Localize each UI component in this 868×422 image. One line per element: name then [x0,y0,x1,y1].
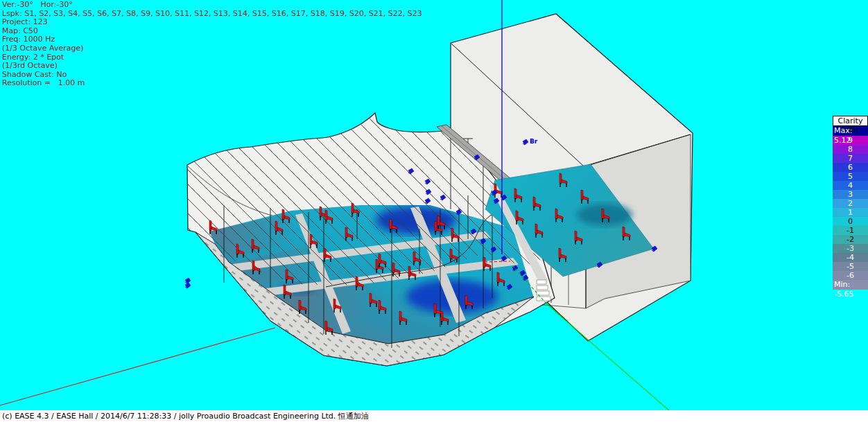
legend-scale-row: -4 [833,253,868,262]
legend-max-value: Max: 5.12 [833,126,868,136]
info-line: Resolution = 1.00 m [2,79,422,88]
legend-scale-row: 4 [833,181,868,190]
info-line: (1/3 Octave Average) [2,44,422,53]
legend-scale-row: -3 [833,244,868,253]
info-line: Energy: 2 * Epot [2,53,422,62]
legend-scale-row: -2 [833,235,868,244]
status-bar-text: (c) EASE 4.3 / EASE Hall / 2014/6/7 11:2… [2,412,369,421]
legend-scale-row: -5 [833,262,868,271]
info-line: (1/3rd Octave) [2,62,422,71]
legend-scale-row: 1 [833,208,868,217]
legend-scale-row: 0 [833,217,868,226]
legend-scale-row: 6 [833,163,868,172]
br-speaker-label: Br [530,138,538,145]
map-info-overlay: Ver:-30° Hor:-30°Lspk: S1, S2, S3, S4, S… [2,1,422,88]
legend-scale-row: -6 [833,271,868,280]
clarity-legend: Clarity [dB] Max: 5.12 9876543210-1-2-3-… [833,116,868,290]
legend-title: Clarity [dB] [833,116,868,126]
info-line: Project: 123 [2,18,422,27]
legend-scale-row: 7 [833,154,868,163]
info-line: Ver:-30° Hor:-30° [2,1,422,10]
ease-render-window: Br Ver:-30° Hor:-30°Lspk: S1, S2, S3, S4… [0,0,868,422]
legend-scale-row: 3 [833,190,868,199]
status-bar: (c) EASE 4.3 / EASE Hall / 2014/6/7 11:2… [0,410,868,422]
legend-scale-row: 2 [833,199,868,208]
legend-min-value: Min: -5.65 [833,280,868,290]
legend-scale-row: 8 [833,145,868,154]
info-line: Map: C50 [2,27,422,36]
info-line: Lspk: S1, S2, S3, S4, S5, S6, S7, S8, S9… [2,10,422,19]
legend-scale-row: -1 [833,226,868,235]
legend-scale-row: 5 [833,172,868,181]
